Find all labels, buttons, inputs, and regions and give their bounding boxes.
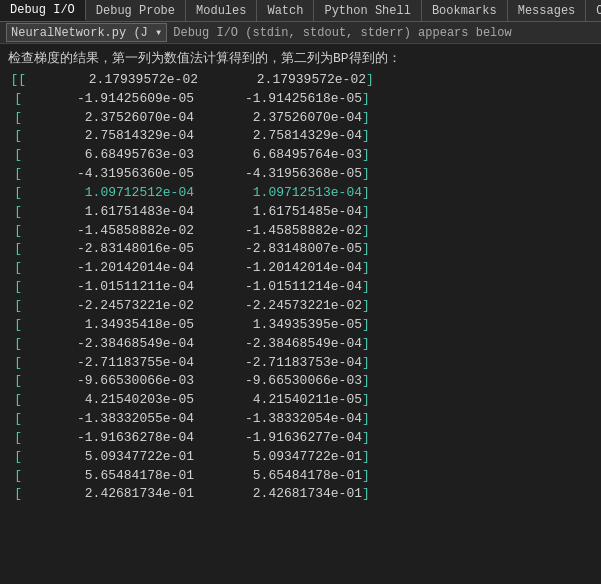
tab-watch[interactable]: Watch: [257, 0, 314, 21]
table-row: [ 2.37526070e-04 2.37526070e-04]: [8, 109, 593, 128]
col1-value: -2.24573221e-02: [24, 297, 194, 316]
col2-value: -2.83148007e-05: [202, 240, 362, 259]
col2-value: -1.20142014e-04: [202, 259, 362, 278]
close-bracket: ]: [362, 467, 370, 486]
col2-value: 2.75814329e-04: [202, 127, 362, 146]
col2-value: 5.65484178e-01: [202, 467, 362, 486]
inner-bracket: [: [8, 109, 22, 128]
col1-value: 2.17939572e-02: [28, 71, 198, 90]
col1-value: -1.20142014e-04: [24, 259, 194, 278]
col2-value: -1.45858882e-02: [202, 222, 362, 241]
inner-bracket: [: [8, 335, 22, 354]
close-bracket: ]: [362, 297, 370, 316]
toolbar: NeuralNetwork.py (J ▾ Debug I/O (stdin, …: [0, 22, 601, 44]
inner-bracket: [: [8, 184, 22, 203]
table-row: [-1.01511211e-04-1.01511214e-04]: [8, 278, 593, 297]
col1-value: -1.45858882e-02: [24, 222, 194, 241]
file-label: NeuralNetwork.py (J ▾: [11, 25, 162, 40]
col2-value: 1.34935395e-05: [202, 316, 362, 335]
col1-value: -2.71183755e-04: [24, 354, 194, 373]
tab-modules[interactable]: Modules: [186, 0, 257, 21]
inner-bracket: [: [8, 448, 22, 467]
close-bracket: ]: [362, 240, 370, 259]
col1-value: -1.01511211e-04: [24, 278, 194, 297]
col2-value: 2.42681734e-01: [202, 485, 362, 504]
tab-bar: Debug I/O Debug Probe Modules Watch Pyth…: [0, 0, 601, 22]
close-bracket: ]: [362, 184, 370, 203]
col2-value: -2.24573221e-02: [202, 297, 362, 316]
close-bracket: ]: [362, 335, 370, 354]
inner-bracket: [: [8, 485, 22, 504]
table-row: [-1.20142014e-04-1.20142014e-04]: [8, 259, 593, 278]
col1-value: -1.91425609e-05: [24, 90, 194, 109]
tab-messages[interactable]: Messages: [508, 0, 587, 21]
table-row: [-1.45858882e-02-1.45858882e-02]: [8, 222, 593, 241]
close-bracket: ]: [362, 90, 370, 109]
tab-debug-io[interactable]: Debug I/O: [0, 0, 86, 21]
inner-bracket: [: [8, 391, 22, 410]
col2-value: -9.66530066e-03: [202, 372, 362, 391]
table-row: [ 5.09347722e-01 5.09347722e-01]: [8, 448, 593, 467]
close-bracket: ]: [362, 429, 370, 448]
close-bracket: ]: [362, 165, 370, 184]
col1-value: 6.68495763e-03: [24, 146, 194, 165]
col1-value: -1.38332055e-04: [24, 410, 194, 429]
table-row: [ 1.09712512e-04 1.09712513e-04]: [8, 184, 593, 203]
close-bracket: ]: [362, 410, 370, 429]
toolbar-hint: Debug I/O (stdin, stdout, stderr) appear…: [173, 26, 511, 40]
col1-value: 2.42681734e-01: [24, 485, 194, 504]
close-bracket: ]: [366, 71, 374, 90]
col1-value: 1.61751483e-04: [24, 203, 194, 222]
table-row: [ 1.34935418e-05 1.34935395e-05]: [8, 316, 593, 335]
table-row: [-1.91425609e-05-1.91425618e-05]: [8, 90, 593, 109]
table-row: [-2.38468549e-04-2.38468549e-04]: [8, 335, 593, 354]
col2-value: 2.17939572e-02: [206, 71, 366, 90]
col1-value: -2.83148016e-05: [24, 240, 194, 259]
inner-bracket: [: [8, 354, 22, 373]
outer-bracket: [[: [8, 71, 26, 90]
close-bracket: ]: [362, 259, 370, 278]
close-bracket: ]: [362, 278, 370, 297]
col1-value: -9.66530066e-03: [24, 372, 194, 391]
file-selector[interactable]: NeuralNetwork.py (J ▾: [6, 23, 167, 42]
inner-bracket: [: [8, 429, 22, 448]
col2-value: -2.71183753e-04: [202, 354, 362, 373]
close-bracket: ]: [362, 109, 370, 128]
inner-bracket: [: [8, 240, 22, 259]
col1-value: 5.65484178e-01: [24, 467, 194, 486]
close-bracket: ]: [362, 146, 370, 165]
col1-value: 1.09712512e-04: [24, 184, 194, 203]
col1-value: -4.31956360e-05: [24, 165, 194, 184]
tab-debug-probe[interactable]: Debug Probe: [86, 0, 186, 21]
col2-value: 5.09347722e-01: [202, 448, 362, 467]
table-row: [[ 2.17939572e-02 2.17939572e-02]: [8, 71, 593, 90]
col1-value: -2.38468549e-04: [24, 335, 194, 354]
tab-bookmarks[interactable]: Bookmarks: [422, 0, 508, 21]
tab-python-shell[interactable]: Python Shell: [314, 0, 421, 21]
output-area[interactable]: 检查梯度的结果，第一列为数值法计算得到的，第二列为BP得到的： [[ 2.179…: [0, 44, 601, 584]
col1-value: -1.91636278e-04: [24, 429, 194, 448]
table-row: [ 2.42681734e-01 2.42681734e-01]: [8, 485, 593, 504]
col2-value: 2.37526070e-04: [202, 109, 362, 128]
table-row: [ 5.65484178e-01 5.65484178e-01]: [8, 467, 593, 486]
col1-value: 4.21540203e-05: [24, 391, 194, 410]
inner-bracket: [: [8, 146, 22, 165]
tab-os-commands[interactable]: OS Comman...: [586, 0, 601, 21]
table-row: [-1.38332055e-04-1.38332054e-04]: [8, 410, 593, 429]
inner-bracket: [: [8, 222, 22, 241]
col2-value: -4.31956368e-05: [202, 165, 362, 184]
inner-bracket: [: [8, 278, 22, 297]
table-row: [ 6.68495763e-03 6.68495764e-03]: [8, 146, 593, 165]
inner-bracket: [: [8, 372, 22, 391]
inner-bracket: [: [8, 127, 22, 146]
col1-value: 5.09347722e-01: [24, 448, 194, 467]
table-row: [-2.83148016e-05-2.83148007e-05]: [8, 240, 593, 259]
col1-value: 2.75814329e-04: [24, 127, 194, 146]
inner-bracket: [: [8, 203, 22, 222]
close-bracket: ]: [362, 391, 370, 410]
col2-value: -1.38332054e-04: [202, 410, 362, 429]
table-row: [-4.31956360e-05-4.31956368e-05]: [8, 165, 593, 184]
close-bracket: ]: [362, 203, 370, 222]
close-bracket: ]: [362, 485, 370, 504]
data-table: [[ 2.17939572e-02 2.17939572e-02] [-1.91…: [8, 71, 593, 504]
